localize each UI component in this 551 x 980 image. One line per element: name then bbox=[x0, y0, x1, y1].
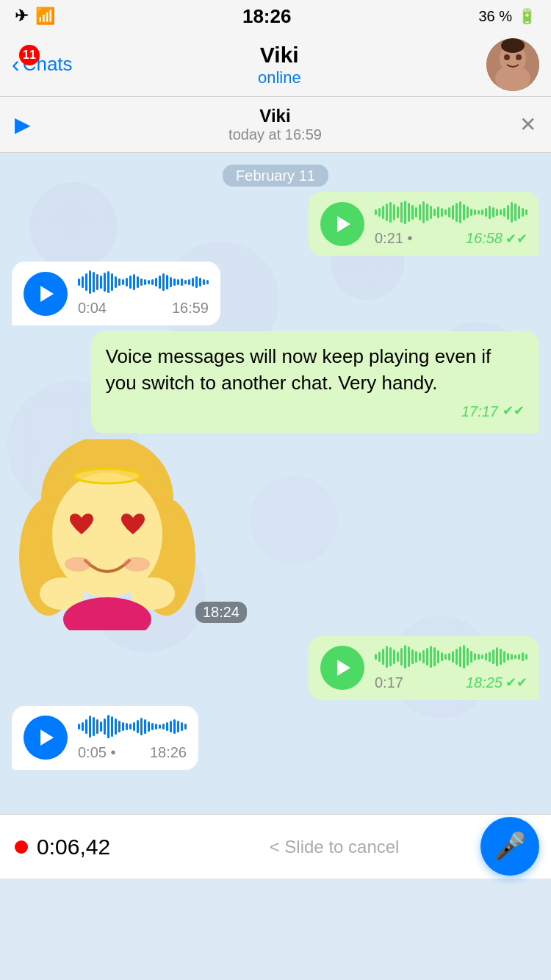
sticker-message: 18:24 bbox=[12, 439, 539, 630]
voice-duration: 0:04 bbox=[78, 300, 107, 317]
nav-bar: 11 ‹ Chats Viki online bbox=[0, 32, 551, 97]
play-icon bbox=[40, 286, 54, 302]
voice-play-button[interactable] bbox=[24, 716, 68, 760]
message-row: 0:17 18:25 ✔✔ bbox=[12, 636, 539, 700]
message-text: Voice messages will now keep playing eve… bbox=[106, 345, 491, 394]
double-check-icon: ✔✔ bbox=[503, 402, 525, 420]
play-icon bbox=[337, 216, 350, 232]
svg-point-5 bbox=[501, 38, 525, 53]
sticker-time: 18:24 bbox=[195, 602, 247, 623]
avatar[interactable] bbox=[486, 38, 539, 91]
voice-play-button[interactable] bbox=[24, 272, 68, 316]
voice-message-received-current: 0:05 • 18:26 bbox=[12, 706, 198, 770]
status-left: ✈ 📶 bbox=[15, 7, 55, 26]
waveform bbox=[375, 645, 527, 669]
voice-message-sent: 0:17 18:25 ✔✔ bbox=[309, 636, 539, 700]
message-row: 0:05 • 18:26 bbox=[12, 706, 539, 770]
recording-bar: 0:06,42 < Slide to cancel 🎤 bbox=[0, 814, 551, 879]
svg-point-4 bbox=[516, 54, 522, 60]
message-time: 16:58 ✔✔ bbox=[466, 230, 527, 247]
mic-icon: 🎤 bbox=[494, 831, 527, 862]
battery-percent: 36 % bbox=[478, 8, 512, 25]
play-icon bbox=[337, 660, 350, 676]
recording-time: 0:06,42 bbox=[37, 835, 110, 860]
voice-info: 0:21 • 16:58 ✔✔ bbox=[375, 201, 527, 247]
message-time: 18:25 ✔✔ bbox=[466, 674, 527, 691]
voice-notify-close-button[interactable]: ✕ bbox=[519, 112, 536, 137]
status-time: 18:26 bbox=[242, 5, 292, 28]
message-time: 18:26 bbox=[150, 744, 187, 761]
waveform bbox=[78, 270, 209, 294]
battery-icon: 🔋 bbox=[518, 7, 536, 25]
svg-point-2 bbox=[495, 65, 530, 91]
double-check-icon: ✔✔ bbox=[505, 231, 527, 247]
status-right: 36 % 🔋 bbox=[478, 7, 536, 25]
svg-point-11 bbox=[123, 557, 150, 572]
svg-point-10 bbox=[65, 557, 91, 572]
voice-message-received: 0:04 16:59 bbox=[12, 262, 220, 325]
voice-play-button[interactable] bbox=[320, 202, 364, 246]
contact-status: online bbox=[258, 68, 301, 87]
message-time: 16:59 bbox=[172, 300, 209, 317]
slide-to-cancel-text: < Slide to cancel bbox=[132, 837, 536, 857]
voice-info: 0:05 • 18:26 bbox=[78, 715, 187, 761]
voice-notify-time: today at 16:59 bbox=[43, 126, 508, 143]
mic-button[interactable]: 🎤 bbox=[480, 817, 539, 876]
svg-point-3 bbox=[504, 54, 510, 60]
text-message-sent: Voice messages will now keep playing eve… bbox=[91, 331, 539, 433]
contact-name: Viki bbox=[258, 42, 301, 68]
voice-notify-play-button[interactable]: ▶ bbox=[15, 112, 31, 137]
recording-dot bbox=[15, 840, 28, 854]
voice-notify-name: Viki bbox=[43, 106, 508, 126]
voice-duration: 0:17 bbox=[375, 674, 403, 691]
voice-message-sent: 0:21 • 16:58 ✔✔ bbox=[309, 192, 539, 256]
date-separator: February 11 bbox=[0, 167, 551, 184]
play-icon bbox=[40, 729, 54, 746]
waveform bbox=[375, 201, 527, 224]
voice-notify-bar: ▶ Viki today at 16:59 ✕ bbox=[0, 97, 551, 153]
airplane-icon: ✈ bbox=[15, 7, 28, 26]
nav-center: Viki online bbox=[258, 42, 301, 87]
message-row: Voice messages will now keep playing eve… bbox=[12, 331, 539, 433]
message-row: 0:21 • 16:58 ✔✔ bbox=[12, 192, 539, 256]
message-time: 17:17 bbox=[461, 401, 498, 422]
avatar-image bbox=[486, 38, 539, 91]
back-button[interactable]: 11 ‹ Chats bbox=[12, 51, 73, 78]
wifi-icon: 📶 bbox=[35, 7, 55, 26]
voice-play-button[interactable] bbox=[320, 646, 364, 690]
voice-info: 0:04 16:59 bbox=[78, 270, 209, 317]
chat-area: February 11 bbox=[0, 153, 551, 814]
sticker-image bbox=[12, 439, 203, 630]
waveform bbox=[78, 715, 187, 738]
voice-notify-info: Viki today at 16:59 bbox=[43, 106, 508, 143]
double-check-icon: ✔✔ bbox=[505, 674, 527, 691]
voice-duration: 0:21 • bbox=[375, 230, 412, 247]
voice-info: 0:17 18:25 ✔✔ bbox=[375, 645, 527, 691]
status-bar: ✈ 📶 18:26 36 % 🔋 bbox=[0, 0, 551, 32]
svg-point-15 bbox=[74, 469, 140, 483]
voice-duration: 0:05 • bbox=[78, 744, 115, 761]
message-row: 0:04 16:59 bbox=[12, 262, 539, 325]
back-badge: 11 bbox=[19, 45, 40, 65]
